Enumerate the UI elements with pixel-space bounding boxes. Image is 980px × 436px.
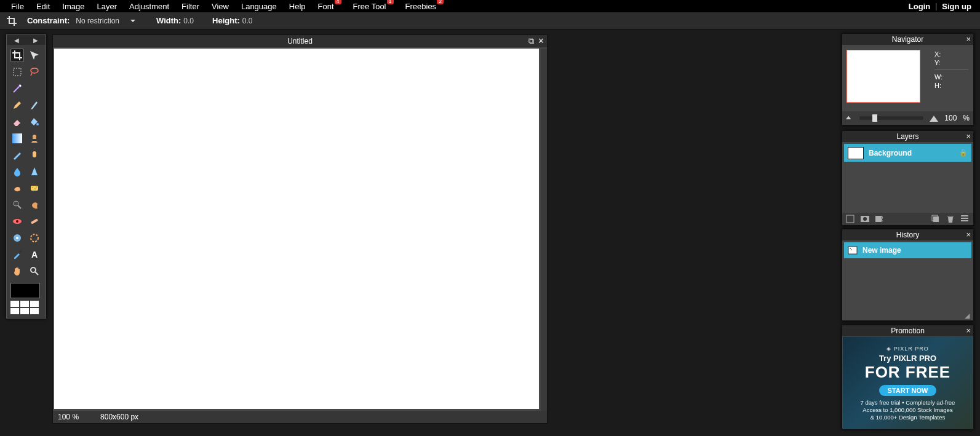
menu-file[interactable]: File: [5, 2, 30, 11]
svg-rect-0: [14, 68, 21, 76]
maximize-icon[interactable]: ⧉: [528, 36, 534, 46]
menu-filter[interactable]: Filter: [175, 2, 205, 11]
brush-tool[interactable]: [28, 98, 41, 112]
type-tool[interactable]: A: [28, 248, 41, 261]
canvas-statusbar: 100 % 800x600 px: [53, 411, 547, 423]
separator: |: [934, 2, 938, 10]
menu-icon[interactable]: [961, 215, 970, 223]
new-layer-icon[interactable]: [846, 215, 855, 223]
promotion-panel: Promotion× ◈ PIXLR PRO Try PIXLR PRO FOR…: [842, 325, 974, 429]
redeye-tool[interactable]: [10, 215, 24, 228]
canvas[interactable]: [54, 49, 539, 409]
navigator-preview[interactable]: [847, 50, 920, 103]
canvas-title: Untitled: [287, 37, 313, 46]
signup-link[interactable]: Sign up: [938, 2, 975, 11]
zoom-tool[interactable]: [28, 264, 41, 278]
ad-small-3: & 10,000+ Design Templates: [870, 414, 946, 421]
ad-small-2: Access to 1,000,000 Stock Images: [862, 406, 952, 414]
close-icon[interactable]: ×: [966, 326, 971, 335]
move-tool[interactable]: [28, 49, 41, 62]
bloat-tool[interactable]: [10, 231, 24, 245]
clone-stamp-tool[interactable]: [28, 132, 41, 145]
menu-language[interactable]: Language: [235, 2, 283, 11]
eraser-tool[interactable]: [10, 115, 24, 129]
promotion-ad[interactable]: ◈ PIXLR PRO Try PIXLR PRO FOR FREE START…: [843, 337, 973, 429]
layer-item[interactable]: Background 🔒: [844, 144, 971, 162]
menu-view[interactable]: View: [205, 2, 235, 11]
smudge-tool[interactable]: [10, 181, 24, 195]
badge: 1: [387, 0, 394, 4]
lock-icon[interactable]: 🔒: [959, 149, 968, 157]
close-icon[interactable]: ✕: [538, 36, 544, 46]
svg-rect-23: [875, 216, 882, 222]
width-field[interactable]: 0.0: [183, 17, 194, 25]
blur-tool[interactable]: [10, 165, 24, 178]
bucket-tool[interactable]: [28, 115, 41, 129]
colorpicker-tool[interactable]: [10, 248, 24, 261]
hand-tool[interactable]: [10, 264, 24, 278]
menu-edit[interactable]: Edit: [30, 2, 56, 11]
spot-heal-tool[interactable]: [28, 215, 41, 228]
foreground-color[interactable]: [10, 283, 40, 298]
close-icon[interactable]: ×: [966, 34, 971, 44]
toolbox-header[interactable]: ◀▶: [7, 35, 46, 45]
lasso-tool[interactable]: [28, 65, 41, 79]
menu-freebies[interactable]: Freebies2: [399, 1, 450, 11]
layer-thumbnail: [848, 147, 864, 159]
navigator-coords: X: Y: W: H:: [934, 50, 968, 90]
panel-title: Navigator: [892, 35, 923, 44]
badge: 2: [437, 0, 444, 4]
vertical-scrollbar[interactable]: [541, 49, 547, 411]
color-swatches[interactable]: [10, 301, 42, 314]
menu-image[interactable]: Image: [56, 2, 90, 11]
constraint-label: Constraint:: [27, 16, 70, 25]
close-icon[interactable]: ×: [966, 230, 971, 239]
menu-font[interactable]: Font4: [312, 1, 347, 11]
badge: 4: [335, 0, 341, 4]
crop-tool[interactable]: [10, 49, 24, 62]
menu-help[interactable]: Help: [283, 2, 312, 11]
drawing-tool[interactable]: [28, 148, 41, 162]
ad-cta-button[interactable]: START NOW: [879, 385, 937, 396]
color-replace-tool[interactable]: [10, 148, 24, 162]
mask-icon[interactable]: [861, 215, 869, 223]
history-item[interactable]: New image: [844, 242, 971, 258]
svg-point-8: [34, 188, 36, 189]
layer-fx-icon[interactable]: [875, 215, 884, 223]
pencil-tool[interactable]: [10, 98, 24, 112]
sharpen-tool[interactable]: [28, 165, 41, 178]
height-field[interactable]: 0.0: [242, 17, 253, 25]
resize-grip[interactable]: ◢: [965, 312, 972, 319]
height-label: Height:: [212, 16, 240, 25]
sponge-tool[interactable]: [28, 181, 41, 195]
zoom-in-icon[interactable]: [930, 114, 938, 122]
ad-line2: FOR FREE: [865, 363, 950, 382]
svg-point-10: [14, 201, 18, 206]
canvas-titlebar[interactable]: Untitled ⧉ ✕: [53, 35, 547, 47]
login-link[interactable]: Login: [905, 2, 934, 11]
zoom-out-icon[interactable]: [846, 115, 853, 121]
burn-tool[interactable]: [28, 198, 41, 212]
constraint-dropdown[interactable]: No restriction: [72, 15, 138, 26]
wand-tool[interactable]: [10, 82, 24, 95]
zoom-slider[interactable]: [859, 116, 923, 120]
svg-point-15: [16, 237, 18, 239]
marquee-tool[interactable]: [10, 65, 24, 79]
svg-rect-6: [31, 186, 38, 191]
svg-text:A: A: [31, 250, 38, 260]
close-icon[interactable]: ×: [966, 132, 971, 141]
zoom-value: 100: [58, 413, 70, 421]
trash-icon[interactable]: [946, 215, 955, 223]
dodge-tool[interactable]: [10, 198, 24, 212]
svg-point-17: [19, 250, 22, 253]
menu-adjustment[interactable]: Adjustment: [123, 2, 175, 11]
gradient-tool[interactable]: [10, 132, 24, 145]
duplicate-icon[interactable]: [931, 215, 940, 223]
ad-small-1: 7 days free trial • Completely ad-free: [861, 399, 955, 406]
menu-free-tool[interactable]: Free Tool1: [347, 1, 399, 11]
panel-title: Layers: [896, 132, 918, 141]
svg-point-16: [31, 234, 38, 242]
svg-point-22: [863, 217, 867, 221]
menu-layer[interactable]: Layer: [91, 2, 124, 11]
pinch-tool[interactable]: [28, 231, 41, 245]
